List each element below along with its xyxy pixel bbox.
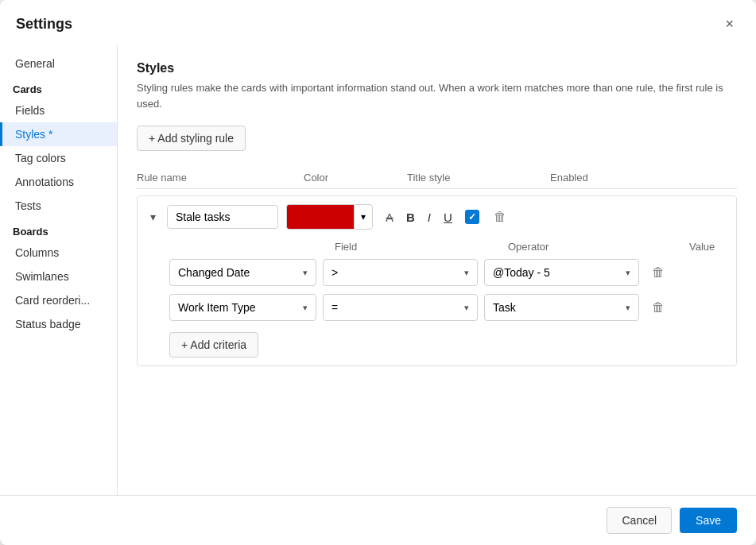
field-select-1[interactable]: Changed Date ▾ — [169, 259, 316, 286]
col-actions — [614, 172, 646, 184]
sidebar-item-swimlanes[interactable]: Swimlanes — [0, 265, 117, 288]
operator-select-2[interactable]: = ▾ — [323, 294, 478, 321]
title-style-group: A B I U — [381, 207, 457, 227]
col-title-style: Title style — [407, 172, 550, 184]
dialog-header: Settings × — [0, 0, 756, 45]
criteria-row-2: Work Item Type ▾ = ▾ Task ▾ 🗑 — [169, 294, 727, 321]
criteria-2-delete-button[interactable]: 🗑 — [646, 297, 671, 318]
value-select-2-chevron: ▾ — [626, 303, 630, 313]
criteria-section: Rule name Field Operator Value Changed D… — [147, 238, 727, 358]
operator-select-1[interactable]: > ▾ — [323, 259, 478, 286]
section-title: Styles — [137, 61, 737, 75]
dialog-footer: Cancel Save — [0, 495, 756, 545]
color-dropdown-button[interactable]: ▾ — [354, 204, 373, 230]
sidebar-item-card-reordering[interactable]: Card reorderi... — [0, 288, 117, 312]
field-select-1-chevron: ▾ — [303, 268, 308, 278]
table-header: Rule name Color Title style Enabled — [137, 167, 737, 189]
sidebar-section-cards: Cards — [0, 75, 117, 99]
field-select-2[interactable]: Work Item Type ▾ — [169, 294, 316, 321]
color-picker-wrapper: ▾ — [286, 204, 373, 230]
settings-dialog: Settings × General Cards Fields Styles *… — [0, 0, 756, 545]
criteria-col-field-label: Field — [335, 241, 502, 253]
sidebar-item-fields[interactable]: Fields — [0, 99, 117, 122]
value-select-1-chevron: ▾ — [626, 268, 630, 278]
dialog-title: Settings — [16, 16, 72, 33]
sidebar-item-annotations[interactable]: Annotations — [0, 170, 117, 194]
section-desc: Styling rules make the cards with import… — [137, 80, 737, 111]
save-button[interactable]: Save — [680, 508, 737, 533]
add-criteria-button[interactable]: + Add criteria — [169, 332, 258, 358]
add-styling-rule-button[interactable]: + Add styling rule — [137, 126, 246, 151]
field-select-2-value: Work Item Type — [178, 301, 256, 314]
criteria-1-delete-button[interactable]: 🗑 — [646, 262, 671, 283]
field-select-2-chevron: ▾ — [303, 303, 308, 313]
sidebar-item-tag-colors[interactable]: Tag colors — [0, 146, 117, 170]
value-select-1-value: @Today - 5 — [493, 266, 550, 279]
criteria-row-1: Changed Date ▾ > ▾ @Today - 5 ▾ 🗑 — [169, 259, 727, 286]
col-rule-name: Rule name — [137, 172, 304, 184]
rule-expand-button[interactable]: ▾ — [147, 209, 159, 225]
rule-enabled-checkbox[interactable] — [465, 210, 479, 224]
value-select-1[interactable]: @Today - 5 ▾ — [484, 259, 639, 286]
criteria-col-value-label: Value — [689, 241, 721, 253]
col-color: Color — [304, 172, 407, 184]
sidebar-item-styles[interactable]: Styles * — [0, 122, 117, 146]
operator-select-2-chevron: ▾ — [464, 303, 469, 313]
dialog-body: General Cards Fields Styles * Tag colors… — [0, 45, 756, 495]
cancel-button[interactable]: Cancel — [607, 507, 672, 534]
value-select-2[interactable]: Task ▾ — [484, 294, 639, 321]
criteria-header: Rule name Field Operator Value — [169, 238, 727, 259]
italic-button[interactable]: I — [423, 207, 436, 227]
rule-delete-button[interactable]: 🗑 — [487, 207, 513, 227]
operator-select-2-value: = — [331, 301, 338, 314]
rule-name-input[interactable] — [167, 205, 278, 229]
sidebar: General Cards Fields Styles * Tag colors… — [0, 45, 118, 495]
underline-button[interactable]: U — [439, 207, 457, 227]
sidebar-item-general[interactable]: General — [0, 52, 117, 75]
strikethrough-button[interactable]: A — [381, 207, 398, 227]
col-enabled: Enabled — [550, 172, 614, 184]
sidebar-item-columns[interactable]: Columns — [0, 241, 117, 265]
criteria-col-operator-label: Operator — [508, 241, 683, 253]
rule-main-row: ▾ ▾ A B I U 🗑 — [147, 204, 727, 230]
sidebar-item-tests[interactable]: Tests — [0, 194, 117, 218]
field-select-1-value: Changed Date — [178, 266, 250, 279]
close-button[interactable]: × — [719, 13, 740, 36]
color-swatch[interactable] — [286, 204, 354, 230]
operator-select-1-chevron: ▾ — [464, 268, 469, 278]
bold-button[interactable]: B — [401, 207, 420, 227]
sidebar-section-boards: Boards — [0, 218, 117, 241]
sidebar-item-status-badge[interactable]: Status badge — [0, 312, 117, 336]
rule-row: ▾ ▾ A B I U 🗑 — [137, 195, 737, 366]
main-content: Styles Styling rules make the cards with… — [118, 45, 756, 495]
operator-select-1-value: > — [331, 266, 338, 279]
value-select-2-value: Task — [493, 301, 516, 314]
